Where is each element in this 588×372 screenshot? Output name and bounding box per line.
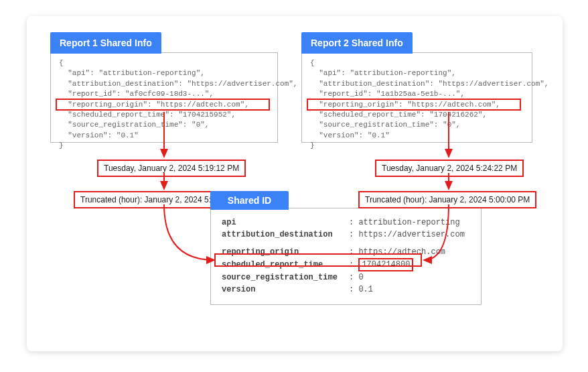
shared-val: 0.1 [358, 285, 373, 294]
code-line: "api": "attribution-reporting", [59, 69, 205, 77]
shared-val: https://advertiser.com [358, 230, 464, 239]
shared-tab: Shared ID [210, 191, 289, 210]
report1-tab: Report 1 Shared Info [50, 32, 161, 54]
code-line: "report_id": "1a1b25aa-5e1b-...", [310, 90, 465, 98]
report1-code: { "api": "attribution-reporting", "attri… [50, 52, 278, 143]
report1-highlight [56, 99, 270, 111]
code-line: "api": "attribution-reporting", [310, 69, 456, 77]
shared-row-highlight [214, 253, 422, 267]
shared-key: attribution_destination [222, 229, 349, 241]
code-line: "scheduled_report_time": "1704215952", [59, 111, 236, 119]
colon: : [349, 273, 354, 282]
shared-val: attribution-reporting [358, 218, 459, 227]
code-line: "attribution_destination": "https://adve… [59, 80, 297, 88]
code-line: } [310, 141, 315, 149]
report1-datetime: Tuesday, January 2, 2024 5:19:12 PM [97, 160, 246, 177]
code-line: "source_registration_time": "0", [59, 121, 209, 129]
code-line: "source_registration_time": "0", [310, 121, 460, 129]
report2-highlight [307, 99, 521, 111]
code-line: } [59, 141, 64, 149]
colon: : [349, 285, 354, 294]
shared-key: api [222, 216, 349, 229]
shared-key: source_registration_time [222, 271, 349, 284]
code-line: "version": "0.1" [310, 131, 390, 139]
report2-code: { "api": "attribution-reporting", "attri… [301, 52, 532, 143]
code-line: "attribution_destination": "https://adve… [310, 80, 548, 88]
code-line: "version": "0.1" [59, 131, 139, 139]
code-line: { [310, 59, 315, 67]
report2-tab: Report 2 Shared Info [301, 32, 413, 54]
colon: : [349, 230, 354, 239]
code-line: "scheduled_report_time": "1704216262", [310, 111, 487, 119]
code-line: "report_id": "af0cfc09-18d3-...", [59, 90, 214, 98]
report2-truncated: Truncated (hour): January 2, 2024 5:00:0… [358, 191, 536, 208]
shared-key: version [222, 284, 349, 296]
report2-datetime: Tuesday, January 2, 2024 5:24:22 PM [375, 160, 524, 177]
colon: : [349, 218, 354, 227]
shared-val: 0 [358, 273, 363, 282]
code-line: { [59, 59, 64, 67]
